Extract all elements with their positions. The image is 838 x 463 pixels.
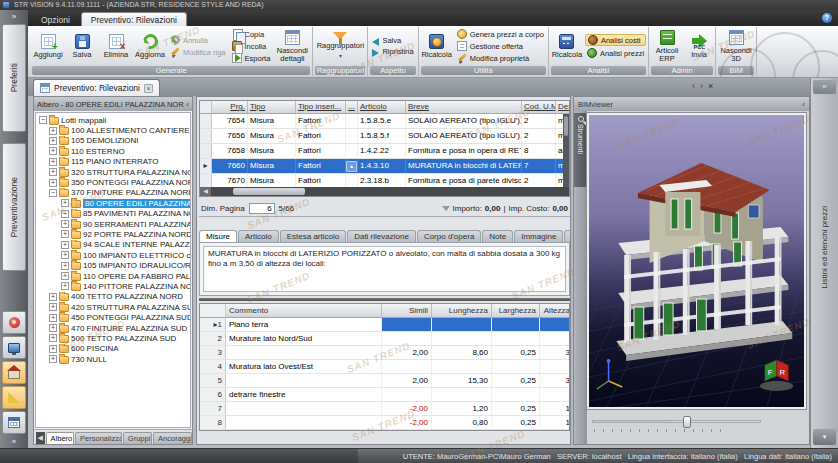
sidebar-section-preferiti[interactable]: Preferiti <box>2 24 26 132</box>
tree-expander-icon[interactable] <box>61 262 69 270</box>
analisi-costi-button[interactable]: Analisi costi <box>585 34 646 46</box>
slider-track[interactable] <box>592 420 761 423</box>
scroll-down-icon[interactable]: ▾ <box>813 429 836 445</box>
bim-3d-viewport[interactable]: F R <box>587 113 806 409</box>
col-commento[interactable]: Commento <box>226 304 382 317</box>
tree-item[interactable]: 400 TETTO PALAZZINA NORD <box>36 292 190 302</box>
tree-expander-icon[interactable] <box>49 168 57 176</box>
tree-item[interactable]: 370 FINITURE PALAZZINA NORD <box>36 188 190 198</box>
grid-row[interactable]: 7656 Misura Fattori 1.5.8.5.f SOLAIO AER… <box>200 129 569 144</box>
measure-row[interactable]: 1 Piano terra <box>200 318 569 332</box>
col-prg[interactable]: Prg. <box>212 101 248 113</box>
tree-item[interactable]: 450 PONTEGGI PALAZZINA SUD <box>36 312 190 322</box>
tree-expander-icon[interactable] <box>49 334 57 342</box>
tree-expander-icon[interactable] <box>61 220 69 228</box>
tree-expander-icon[interactable] <box>49 293 57 301</box>
measure-row[interactable]: 2 Murature lato Nord/Sud <box>200 332 569 346</box>
tree-expander-icon[interactable] <box>61 241 69 249</box>
tree-expander-icon[interactable] <box>49 158 57 166</box>
slider-thumb[interactable] <box>683 416 691 428</box>
tree-item[interactable]: 105 DEMOLIZIONI <box>36 136 190 146</box>
expand-right-panel-button[interactable]: « <box>813 80 836 94</box>
collapse-panel-icon[interactable]: ‹ <box>186 100 189 109</box>
measure-row[interactable]: 8 -2,00 0,80 0,25 1 <box>200 416 569 430</box>
detail-tab[interactable]: Analisi costi <box>564 230 570 242</box>
nav-close-button[interactable]: × <box>708 82 713 91</box>
tree-item[interactable]: 92 PORTE PALAZZINA NORD <box>36 229 190 239</box>
tree-item[interactable]: 730 NULL <box>36 354 190 364</box>
nav-next-button[interactable]: › <box>700 82 703 91</box>
elimina-button[interactable]: ×Elimina <box>100 34 132 59</box>
aspetto-ripristina-button[interactable]: Ripristina <box>370 47 415 56</box>
col-tipo[interactable]: Tipo <box>248 101 296 113</box>
esporta-button[interactable]: Esporta <box>230 53 273 63</box>
tree-panel-tab[interactable]: Ancoraggi <box>153 432 192 444</box>
tree-expander-icon[interactable] <box>49 314 57 322</box>
nascondi-dettagli-button[interactable]: Nascondi dettagli <box>274 30 310 63</box>
detail-tab[interactable]: Misure <box>199 230 237 242</box>
tree-item[interactable]: 110 ESTERNO <box>36 146 190 156</box>
tree-item[interactable]: 115 PIANO INTERRATO <box>36 157 190 167</box>
col-lunghezza[interactable]: Lunghezza <box>432 304 492 317</box>
analisi-ricalcola-button[interactable]: Ricalcola <box>551 34 583 59</box>
article-description[interactable]: MURATURA in blocchi di LATERIZIO PORIZZA… <box>203 246 566 292</box>
aggiorna-button[interactable]: Aggiorna <box>134 34 166 59</box>
sidebar-tool-schedule[interactable] <box>2 411 26 434</box>
filter-icon[interactable] <box>442 206 450 211</box>
horizontal-splitter[interactable] <box>199 298 570 301</box>
tree-item[interactable]: 85 PAVIMENTI PALAZZINA NORD <box>36 209 190 219</box>
measure-row[interactable]: 5 2,00 15,30 0,25 3 <box>200 374 569 388</box>
tree-item[interactable]: 80 OPERE EDILI PALAZZINA NOR <box>36 198 190 208</box>
close-tab-icon[interactable]: × <box>144 84 153 93</box>
modifica-proprieta-button[interactable]: Modifica proprietà <box>455 53 546 63</box>
tree-item[interactable]: 320 STRUTTURA PALAZZINA NORD <box>36 167 190 177</box>
tree-expander-icon[interactable] <box>61 282 69 290</box>
tree-expander-icon[interactable] <box>49 147 57 155</box>
grid-vertical-scrollbar[interactable] <box>563 114 569 187</box>
incolla-button[interactable]: Incolla <box>230 41 273 51</box>
tree-item[interactable]: 100 IMPIANTO ELETTRICO con... <box>36 250 190 260</box>
tree-expander-icon[interactable] <box>39 116 47 124</box>
page-size-input[interactable] <box>249 203 275 214</box>
col-breve[interactable]: Breve <box>406 101 522 113</box>
detail-tab[interactable]: Note <box>482 230 513 242</box>
copia-button[interactable]: Copia <box>230 29 273 39</box>
genera-prezzi-button[interactable]: Genera prezzi a corpo <box>455 29 546 39</box>
tree-expander-icon[interactable] <box>49 303 57 311</box>
tree-item[interactable]: 110 OPERE DA FABBRO PALAZ... <box>36 271 190 281</box>
nav-prev-button[interactable]: ‹ <box>692 82 695 91</box>
col-larghezza[interactable]: Larghezza <box>492 304 540 317</box>
tree-item[interactable]: 105 IMPIANTO IDRAULICO/RIS... <box>36 260 190 270</box>
col-simili[interactable]: Simili <box>382 304 432 317</box>
document-tab-preventivo[interactable]: Preventivo: Rilevazioni × <box>33 79 160 96</box>
col-des[interactable]: Des... <box>556 101 570 113</box>
tree-expander-icon[interactable] <box>49 355 57 363</box>
raggruppatori-button[interactable]: Raggruppatori▾ <box>315 32 365 60</box>
detail-tab[interactable]: Estesa articolo <box>280 230 346 242</box>
invia-button[interactable]: PCCInvia <box>685 34 713 59</box>
help-button[interactable]: ? <box>822 13 832 23</box>
measure-row[interactable]: 7 -2,00 1,20 0,25 1 <box>200 402 569 416</box>
analisi-prezzi-button[interactable]: Analisi prezzi <box>585 48 646 58</box>
aspetto-salva-button[interactable]: Salva <box>370 36 415 45</box>
salva-button[interactable]: Salva <box>66 34 98 59</box>
tree-expander-icon[interactable] <box>49 179 57 187</box>
bim-zoom-slider[interactable] <box>592 415 799 433</box>
tree-panel-tab[interactable]: Personalizza <box>75 432 122 444</box>
tree-item[interactable]: 600 PISCINA <box>36 344 190 354</box>
detail-tab[interactable]: Immagine <box>514 230 563 242</box>
sidebar-collapse-button[interactable]: « <box>0 435 28 448</box>
tree-expander-icon[interactable] <box>61 272 69 280</box>
tree-item[interactable]: 94 SCALE INTERNE PALAZZINA... <box>36 240 190 250</box>
tree-expander-icon[interactable] <box>49 324 57 332</box>
tree-item[interactable]: Lotti mappali <box>36 115 190 125</box>
col-altezza[interactable]: Altezza <box>540 304 570 317</box>
tree-item[interactable]: 90 SERRAMENTI PALAZZINA N... <box>36 219 190 229</box>
measure-row[interactable]: 6 detrarre finestre <box>200 388 569 402</box>
detail-tab[interactable]: Articolo <box>238 230 279 242</box>
col-articolo[interactable]: Articolo <box>358 101 406 113</box>
strumenti-tab[interactable]: Strumenti <box>574 113 587 187</box>
ribbon-tab-opzioni[interactable]: Opzioni <box>32 13 79 26</box>
tabs-scroll-left-icon[interactable]: ◀ <box>36 432 45 444</box>
articoli-erp-button[interactable]: Articoli ERP <box>651 30 683 63</box>
